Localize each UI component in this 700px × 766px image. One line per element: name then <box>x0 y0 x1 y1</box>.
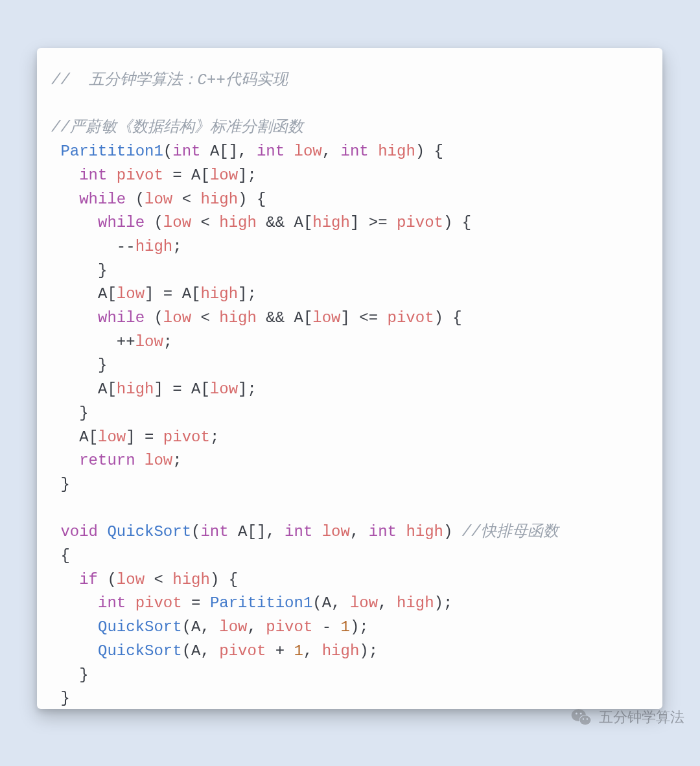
id-high: high <box>117 380 154 398</box>
watermark: 五分钟学算法 <box>570 706 684 728</box>
kw-int: int <box>79 167 107 184</box>
id-A: A <box>182 285 191 303</box>
kw-int: int <box>369 523 397 540</box>
id-high: high <box>200 191 238 208</box>
svg-point-5 <box>583 718 584 719</box>
watermark-text: 五分钟学算法 <box>599 708 684 727</box>
fn-quicksort-call: QuickSort <box>98 618 182 636</box>
kw-while: while <box>98 309 145 327</box>
id-A: A <box>238 523 247 540</box>
kw-int: int <box>172 143 200 160</box>
id-A: A <box>294 214 303 231</box>
kw-int: int <box>341 143 369 160</box>
fn-quicksort-call: QuickSort <box>98 642 182 660</box>
id-A: A <box>79 428 88 446</box>
code-card: // 五分钟学算法：C++代码实现 //严蔚敏《数据结构》标准分割函数 Pari… <box>37 48 662 709</box>
id-A: A <box>191 167 200 184</box>
svg-point-6 <box>587 718 588 719</box>
kw-int: int <box>285 523 312 540</box>
num-1: 1 <box>294 642 303 660</box>
id-pivot: pivot <box>397 214 443 231</box>
id-high: high <box>397 594 434 612</box>
id-low: low <box>294 143 322 160</box>
id-pivot: pivot <box>117 167 163 184</box>
id-high: high <box>312 214 350 231</box>
kw-int: int <box>98 594 126 612</box>
kw-void: void <box>60 523 98 540</box>
fn-partition-name: Paritition1 <box>60 143 163 160</box>
id-A: A <box>210 143 219 160</box>
comment-quicksort: //快排母函数 <box>462 523 559 540</box>
id-high: high <box>219 309 257 327</box>
id-pivot: pivot <box>135 594 182 612</box>
id-high: high <box>406 523 443 540</box>
fn-partition-call: Paritition1 <box>210 594 312 612</box>
svg-point-2 <box>579 715 590 725</box>
id-A: A <box>191 380 200 398</box>
comment-partition: //严蔚敏《数据结构》标准分割函数 <box>51 119 303 136</box>
kw-if: if <box>79 571 98 588</box>
id-high: high <box>172 571 210 588</box>
id-low: low <box>322 523 350 540</box>
id-low: low <box>210 380 238 398</box>
id-A: A <box>98 380 107 398</box>
id-low: low <box>163 309 191 327</box>
id-high: high <box>135 238 173 255</box>
kw-int: int <box>257 143 285 160</box>
id-pivot: pivot <box>388 309 434 327</box>
id-low: low <box>98 428 126 446</box>
id-pivot: pivot <box>163 428 210 446</box>
id-A: A <box>322 594 331 612</box>
id-high: high <box>322 642 360 660</box>
code-block: // 五分钟学算法：C++代码实现 //严蔚敏《数据结构》标准分割函数 Pari… <box>51 69 648 711</box>
id-low: low <box>117 571 145 588</box>
id-low: low <box>350 594 378 612</box>
id-low: low <box>312 309 340 327</box>
comment-header: // 五分钟学算法：C++代码实现 <box>51 71 288 89</box>
kw-return: return <box>79 452 135 469</box>
id-A: A <box>191 618 200 636</box>
id-low: low <box>145 191 172 208</box>
id-low: low <box>219 618 247 636</box>
id-pivot: pivot <box>219 642 266 660</box>
id-low: low <box>210 167 238 184</box>
wechat-icon <box>570 706 592 728</box>
id-A: A <box>294 309 303 327</box>
id-high: high <box>200 285 238 303</box>
id-low: low <box>163 214 191 231</box>
id-high: high <box>219 214 257 231</box>
id-A: A <box>98 285 107 303</box>
svg-point-4 <box>580 713 582 715</box>
fn-quicksort-name: QuickSort <box>107 523 191 540</box>
id-low: low <box>117 285 145 303</box>
id-A: A <box>191 642 200 660</box>
id-low: low <box>135 333 163 351</box>
num-1: 1 <box>341 618 350 636</box>
id-low: low <box>145 452 172 469</box>
id-pivot: pivot <box>266 618 312 636</box>
kw-int: int <box>200 523 228 540</box>
kw-while: while <box>79 191 126 208</box>
kw-while: while <box>98 214 145 231</box>
svg-point-3 <box>576 713 578 715</box>
id-high: high <box>378 143 415 160</box>
